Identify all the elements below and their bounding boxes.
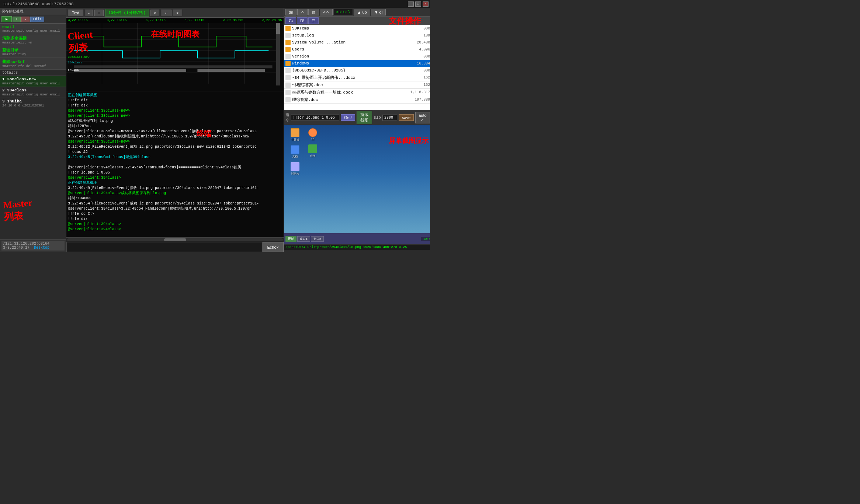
- status-bar: spent:9574 url:~prtscr/394class/lc.png_1…: [284, 244, 430, 250]
- chart-header: 3,22 11:15 3,22 13:15 3,22 15:15 3,22 17…: [66, 18, 284, 23]
- file-icon: [285, 75, 291, 80]
- taskbar-items: 窗口1 窗口2: [297, 236, 420, 242]
- client-list: 1 386class-new #mastersgit config user.e…: [0, 76, 66, 239]
- save-button[interactable]: save: [399, 114, 414, 121]
- minus-btn[interactable]: -: [85, 10, 93, 16]
- back-btn[interactable]: <-: [297, 9, 308, 15]
- file-item-sysvolume[interactable]: System Volume ...ation 20.480kB: [284, 39, 430, 46]
- chart-svg: 386class-new 394class shuika: [66, 18, 284, 91]
- nav-right-btn[interactable]: >: [173, 10, 182, 16]
- dir-btn[interactable]: dir: [285, 9, 297, 15]
- log-scrollbar-area[interactable]: [66, 237, 284, 242]
- svg-text:394class: 394class: [68, 61, 82, 64]
- file-item-users[interactable]: Users 4.096kB: [284, 46, 430, 53]
- path-label: 33:C:\: [333, 9, 353, 15]
- log-line: 3.22:49:32[HandleConn]接收到新图片,url:http://…: [68, 134, 282, 139]
- auto-button[interactable]: auto ✓: [415, 112, 430, 123]
- log-line: @server|client:386class-new>: [68, 113, 282, 119]
- green-run-btn[interactable]: ▶: [1, 16, 12, 22]
- file-icon: [285, 97, 291, 102]
- minus-action-btn[interactable]: -: [21, 17, 30, 22]
- log-line: @server|client:394class>3.22:49:45[Trans…: [68, 165, 282, 170]
- desktop-icon[interactable]: 文档: [287, 145, 303, 158]
- file-list: SDKTemp 000kB setup.log 189kB System Vol…: [284, 25, 430, 110]
- log-line: 耗时:1040ms: [68, 196, 282, 201]
- continue-screenshot-btn[interactable]: 持续截图: [357, 111, 372, 124]
- title-bar: total:246939648 used:77963288 — □ ✕: [0, 0, 430, 8]
- client-item-2[interactable]: 2 394class #mastersgit config user.email: [0, 87, 66, 98]
- delete-btn[interactable]: 🗑: [308, 9, 319, 15]
- taskbar-item[interactable]: 窗口2: [311, 236, 324, 242]
- plus-btn[interactable]: +: [94, 10, 103, 16]
- log-line: @server|client:394class>成功将截图保存到 lc.png: [68, 191, 282, 196]
- file-item-doc4[interactable]: 理综答案.doc 197.889kB: [284, 96, 430, 104]
- log-line: !!rfe dsk: [68, 103, 282, 108]
- plus-action-btn[interactable]: +: [13, 17, 21, 22]
- folder-icon: [285, 61, 291, 66]
- transfer-btn[interactable]: <->: [320, 9, 333, 15]
- command-input-bar: Echo×: [66, 242, 284, 252]
- log-scrollbar[interactable]: [67, 238, 283, 241]
- log-area: 正在创建屏幕截图 !!rfe dir !!rfe dsk @server|cli…: [66, 91, 284, 237]
- log-scrollbar-thumb: [164, 238, 186, 241]
- slp-input[interactable]: [382, 115, 397, 121]
- get-button[interactable]: Get!: [341, 114, 355, 121]
- close-btn[interactable]: ✕: [423, 1, 429, 7]
- up-btn[interactable]: ▲ up: [354, 9, 370, 15]
- log-line: !!rfe dir: [68, 98, 282, 103]
- screen-display-annotation: 屏幕截图显示: [389, 136, 429, 145]
- drive-e-btn[interactable]: E\: [308, 17, 319, 24]
- chart-scrollbar[interactable]: [276, 23, 280, 85]
- folder-icon: [285, 40, 291, 45]
- start-button[interactable]: 开始: [285, 236, 297, 242]
- file-item-setuplog[interactable]: setup.log 189kB: [284, 32, 430, 39]
- desktop-icons-col2: IE 程序: [305, 128, 321, 158]
- screen-cmd-bar: 指令 Get! 持续截图 slp save auto ✓: [284, 110, 430, 125]
- clear-conn-item[interactable]: 清除多余连接 #masterlexit -m: [0, 34, 66, 46]
- slp-label: slp: [374, 115, 381, 120]
- client-item-3[interactable]: 3 shuika 24.10:0:6 c2021020301: [0, 98, 66, 109]
- log-line: @server|client:386class-new>: [68, 139, 282, 144]
- desktop-icon[interactable]: 回收站: [287, 162, 303, 175]
- file-item-windows[interactable]: Windows 16.384kB: [284, 60, 430, 67]
- dl-btn[interactable]: ▼ dl: [371, 9, 386, 15]
- del-scr-item[interactable]: 删除scrSnf #masterlrfe del scrSnf: [0, 58, 66, 70]
- echo-button[interactable]: Echo×: [263, 242, 284, 252]
- file-item-sdktemp[interactable]: SDKTemp 000kB: [284, 25, 430, 32]
- maximize-btn[interactable]: □: [415, 1, 421, 7]
- nav-left-btn[interactable]: <: [150, 10, 159, 16]
- main-layout: 保存的批处理 ▶ + - Edit email #mastersgit conf…: [0, 8, 430, 252]
- middle-panel: Test - + 10分钟 (1分钟/格) < ↔ > 3,22 11:15 3…: [66, 8, 284, 252]
- chart-scroll-thumb: [276, 23, 280, 34]
- file-item-doc3[interactable]: 坐标系与参数方程一一培优.docx 1,116.817kB: [284, 89, 430, 96]
- desktop-icon[interactable]: IE: [305, 128, 321, 141]
- edit-btn[interactable]: Edit: [30, 17, 44, 22]
- email-item[interactable]: email #mastersgit config user.email: [0, 24, 66, 34]
- desktop-icon[interactable]: 计算机: [287, 128, 303, 141]
- file-icon: [285, 33, 291, 38]
- svg-text:386class-new: 386class-new: [68, 56, 90, 59]
- file-item-doc2[interactable]: ~$理综答案.doc 162kB: [284, 81, 430, 89]
- taskbar[interactable]: 开始 窗口1 窗口2 22:49: [284, 233, 430, 244]
- test-button[interactable]: Test: [68, 10, 83, 16]
- window-controls[interactable]: — □ ✕: [408, 1, 429, 7]
- file-icon: [285, 54, 291, 59]
- log-line: 正在创建屏幕截图: [68, 181, 282, 186]
- command-input[interactable]: [66, 242, 263, 252]
- client-item-1[interactable]: 1 386class-new #mastersgit config user.e…: [0, 76, 66, 87]
- file-item-guid[interactable]: {0D6E631C-3EFD...0285} 000kB: [284, 67, 430, 74]
- tidy-dir-item[interactable]: 整理目录 #masterltidy: [0, 46, 66, 58]
- file-icon: [285, 83, 291, 88]
- log-line: @server|client:394class>: [68, 175, 282, 181]
- drive-c-btn[interactable]: C\: [285, 17, 296, 24]
- drive-d-btn[interactable]: D\: [297, 17, 308, 24]
- taskbar-item[interactable]: 窗口1: [297, 236, 310, 242]
- file-item-version[interactable]: Version 000kB: [284, 53, 430, 60]
- desktop-icon[interactable]: 程序: [305, 144, 321, 158]
- file-item-doc1[interactable]: ~$4 乘势而上开启新的伟...docx 162kB: [284, 74, 430, 81]
- cmd-prefix: 指令: [285, 112, 289, 123]
- log-line: !!rfe dir: [68, 217, 282, 222]
- minimize-btn[interactable]: —: [408, 1, 414, 7]
- nav-flip-btn[interactable]: ↔: [161, 10, 171, 16]
- scr-cmd-input[interactable]: [291, 115, 339, 121]
